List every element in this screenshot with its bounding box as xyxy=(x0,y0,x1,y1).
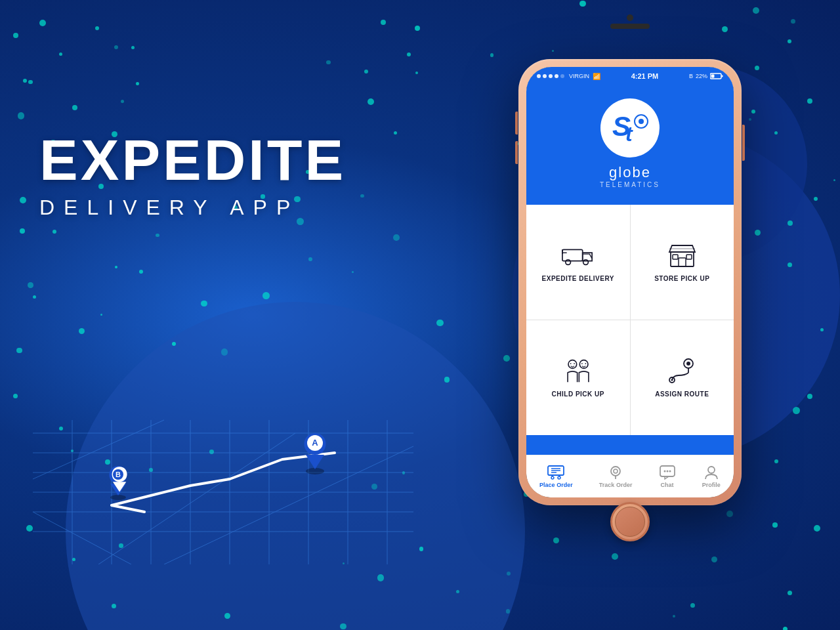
home-button-inner xyxy=(615,507,645,537)
phone-bezel: VIRGIN 📶 4:21 PM B 22% xyxy=(526,67,734,497)
svg-rect-38 xyxy=(679,258,686,266)
signal-dot-1 xyxy=(537,74,541,78)
globe-telematics-logo: S t xyxy=(607,108,653,148)
power-button xyxy=(742,125,745,161)
subtitle: DELIVERY APP xyxy=(39,196,346,220)
svg-point-66 xyxy=(708,467,715,473)
profile-icon xyxy=(703,465,720,480)
bluetooth-icon: B xyxy=(689,73,693,79)
left-content: EXPEDITE DELIVERY APP xyxy=(39,131,346,220)
svg-point-61 xyxy=(614,469,618,473)
bottom-navigation: Place Order Track Order xyxy=(526,455,734,497)
svg-point-49 xyxy=(686,362,690,366)
nav-item-profile[interactable]: Profile xyxy=(702,465,721,488)
svg-rect-39 xyxy=(673,255,678,259)
status-time: 4:21 PM xyxy=(631,72,659,80)
svg-point-19 xyxy=(110,495,126,500)
menu-item-assign-route[interactable]: ASSIGN ROUTE xyxy=(631,320,734,435)
svg-rect-32 xyxy=(562,249,583,261)
blue-strip-decoration xyxy=(526,435,734,455)
svg-point-63 xyxy=(663,470,665,472)
svg-point-31 xyxy=(639,119,644,124)
menu-label-assign-route: ASSIGN ROUTE xyxy=(655,390,709,398)
svg-text:A: A xyxy=(312,438,318,448)
svg-rect-40 xyxy=(686,255,692,259)
svg-point-46 xyxy=(581,363,583,364)
nav-label-place-order: Place Order xyxy=(539,482,573,488)
svg-point-51 xyxy=(671,379,673,381)
track-order-icon xyxy=(607,465,624,480)
children-icon xyxy=(562,358,595,384)
marker-b: B xyxy=(110,466,127,500)
nav-item-chat[interactable]: Chat xyxy=(659,465,676,488)
menu-grid: EXPEDITE DELIVERY xyxy=(526,205,734,435)
phone-shell: VIRGIN 📶 4:21 PM B 22% xyxy=(518,59,742,505)
brand-name: globe xyxy=(609,164,651,181)
signal-dot-3 xyxy=(549,74,553,78)
store-icon xyxy=(665,242,698,268)
menu-item-expedite-delivery[interactable]: EXPEDITE DELIVERY xyxy=(526,205,630,320)
phone-screen: VIRGIN 📶 4:21 PM B 22% xyxy=(526,67,734,497)
chat-icon xyxy=(659,465,676,480)
menu-label-child-pickup: CHILD PICK UP xyxy=(552,390,604,398)
phone-mockup: VIRGIN 📶 4:21 PM B 22% xyxy=(505,20,755,610)
svg-rect-27 xyxy=(722,75,723,77)
menu-label-expedite-delivery: EXPEDITE DELIVERY xyxy=(542,275,614,282)
svg-line-15 xyxy=(33,420,164,479)
place-order-icon xyxy=(547,465,564,480)
main-title: EXPEDITE xyxy=(39,131,346,189)
svg-point-53 xyxy=(551,476,554,479)
volume-up-button xyxy=(515,112,518,135)
signal-dot-4 xyxy=(555,74,558,78)
brand-subtitle: TELEMATICS xyxy=(600,181,660,188)
app-logo-circle: S t xyxy=(600,98,660,158)
home-button[interactable] xyxy=(610,502,650,541)
status-left: VIRGIN 📶 xyxy=(537,73,600,80)
svg-line-17 xyxy=(164,446,413,564)
svg-text:t: t xyxy=(625,122,633,146)
signal-dot-2 xyxy=(543,74,547,78)
svg-rect-26 xyxy=(711,75,715,78)
status-bar: VIRGIN 📶 4:21 PM B 22% xyxy=(526,67,734,85)
wifi-icon: 📶 xyxy=(593,73,600,80)
svg-point-54 xyxy=(558,476,560,479)
svg-point-60 xyxy=(611,467,620,476)
menu-item-child-pickup[interactable]: CHILD PICK UP xyxy=(526,320,630,435)
nav-label-track-order: Track Order xyxy=(599,482,633,488)
battery-level: 22% xyxy=(696,73,707,79)
svg-point-43 xyxy=(570,363,571,364)
route-icon xyxy=(665,358,698,384)
nav-item-track-order[interactable]: Track Order xyxy=(599,465,633,488)
earpiece-speaker xyxy=(610,24,650,29)
nav-label-profile: Profile xyxy=(702,482,721,488)
volume-down-button xyxy=(515,141,518,164)
svg-point-44 xyxy=(574,363,575,364)
nav-label-chat: Chat xyxy=(661,482,674,488)
signal-dot-5 xyxy=(560,74,564,78)
status-right: B 22% xyxy=(689,73,723,79)
svg-point-64 xyxy=(666,470,668,472)
carrier-name: VIRGIN xyxy=(569,73,589,79)
front-camera xyxy=(627,14,633,21)
svg-text:B: B xyxy=(116,471,121,478)
svg-point-65 xyxy=(669,470,671,472)
map-illustration: B A xyxy=(33,381,413,564)
menu-label-store-pickup: STORE PICK UP xyxy=(654,275,709,282)
app-header: S t globe TELEMATICS xyxy=(526,85,734,205)
phone-top-hardware xyxy=(610,14,650,29)
battery-icon xyxy=(710,73,723,79)
truck-icon xyxy=(562,242,595,268)
menu-item-store-pickup[interactable]: STORE PICK UP xyxy=(631,205,734,320)
svg-line-18 xyxy=(33,512,131,564)
nav-item-place-order[interactable]: Place Order xyxy=(539,465,573,488)
svg-point-47 xyxy=(585,363,586,364)
